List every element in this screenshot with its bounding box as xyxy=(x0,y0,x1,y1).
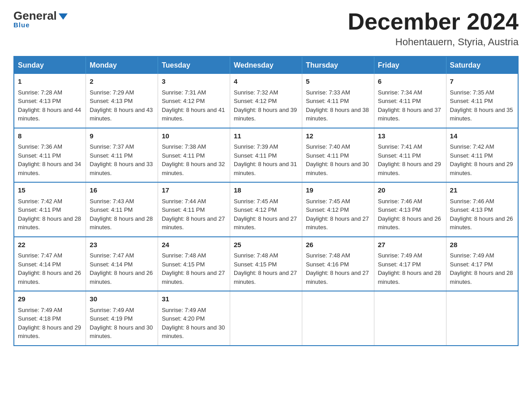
calendar-cell: 10 Sunrise: 7:38 AMSunset: 4:11 PMDaylig… xyxy=(158,128,230,183)
day-number: 4 xyxy=(234,77,298,87)
day-number: 7 xyxy=(450,77,514,87)
col-header-saturday: Saturday xyxy=(446,56,518,74)
day-number: 29 xyxy=(18,294,82,304)
logo-blue-text: Blue xyxy=(13,21,30,29)
day-number: 11 xyxy=(234,131,298,141)
calendar-cell: 25 Sunrise: 7:48 AMSunset: 4:15 PMDaylig… xyxy=(230,237,302,291)
sunrise-info: Sunrise: 7:49 AMSunset: 4:17 PMDaylight:… xyxy=(450,252,513,285)
day-number: 22 xyxy=(18,240,82,250)
sunrise-info: Sunrise: 7:39 AMSunset: 4:11 PMDaylight:… xyxy=(234,143,297,176)
calendar-header-row: SundayMondayTuesdayWednesdayThursdayFrid… xyxy=(14,56,518,74)
calendar-cell: 19 Sunrise: 7:45 AMSunset: 4:12 PMDaylig… xyxy=(302,182,374,237)
sunrise-info: Sunrise: 7:48 AMSunset: 4:15 PMDaylight:… xyxy=(162,252,225,285)
calendar-cell: 23 Sunrise: 7:47 AMSunset: 4:14 PMDaylig… xyxy=(86,237,158,291)
calendar-cell: 14 Sunrise: 7:42 AMSunset: 4:11 PMDaylig… xyxy=(446,128,518,183)
sunrise-info: Sunrise: 7:38 AMSunset: 4:11 PMDaylight:… xyxy=(162,143,225,176)
sunrise-info: Sunrise: 7:49 AMSunset: 4:17 PMDaylight:… xyxy=(378,252,441,285)
calendar-week-row: 29 Sunrise: 7:49 AMSunset: 4:18 PMDaylig… xyxy=(14,291,518,346)
day-number: 18 xyxy=(234,185,298,196)
sunrise-info: Sunrise: 7:42 AMSunset: 4:11 PMDaylight:… xyxy=(18,198,81,231)
day-number: 13 xyxy=(378,131,442,141)
sunrise-info: Sunrise: 7:43 AMSunset: 4:11 PMDaylight:… xyxy=(90,198,153,231)
day-number: 16 xyxy=(90,185,154,196)
calendar-cell xyxy=(446,291,518,346)
calendar-table: SundayMondayTuesdayWednesdayThursdayFrid… xyxy=(13,56,519,346)
sunrise-info: Sunrise: 7:49 AMSunset: 4:19 PMDaylight:… xyxy=(90,307,153,340)
day-number: 26 xyxy=(306,240,370,250)
calendar-cell: 6 Sunrise: 7:34 AMSunset: 4:11 PMDayligh… xyxy=(374,74,446,128)
sunrise-info: Sunrise: 7:46 AMSunset: 4:13 PMDaylight:… xyxy=(378,198,441,231)
col-header-thursday: Thursday xyxy=(302,56,374,74)
day-number: 31 xyxy=(162,294,226,304)
sunrise-info: Sunrise: 7:41 AMSunset: 4:11 PMDaylight:… xyxy=(378,143,441,176)
calendar-cell xyxy=(374,291,446,346)
calendar-cell: 18 Sunrise: 7:45 AMSunset: 4:12 PMDaylig… xyxy=(230,182,302,237)
calendar-cell: 28 Sunrise: 7:49 AMSunset: 4:17 PMDaylig… xyxy=(446,237,518,291)
day-number: 19 xyxy=(306,185,370,196)
calendar-cell: 9 Sunrise: 7:37 AMSunset: 4:11 PMDayligh… xyxy=(86,128,158,183)
calendar-cell: 1 Sunrise: 7:28 AMSunset: 4:13 PMDayligh… xyxy=(14,74,86,128)
sunrise-info: Sunrise: 7:40 AMSunset: 4:11 PMDaylight:… xyxy=(306,143,369,176)
sunrise-info: Sunrise: 7:35 AMSunset: 4:11 PMDaylight:… xyxy=(450,89,513,122)
day-number: 20 xyxy=(378,185,442,196)
day-number: 10 xyxy=(162,131,226,141)
sunrise-info: Sunrise: 7:44 AMSunset: 4:11 PMDaylight:… xyxy=(162,198,225,231)
calendar-cell: 26 Sunrise: 7:48 AMSunset: 4:16 PMDaylig… xyxy=(302,237,374,291)
calendar-week-row: 22 Sunrise: 7:47 AMSunset: 4:14 PMDaylig… xyxy=(14,237,518,291)
page-header: General Blue December 2024 Hohentauern, … xyxy=(13,9,519,48)
day-number: 27 xyxy=(378,240,442,250)
calendar-cell xyxy=(302,291,374,346)
day-number: 21 xyxy=(450,185,514,196)
sunrise-info: Sunrise: 7:47 AMSunset: 4:14 PMDaylight:… xyxy=(90,252,153,285)
sunrise-info: Sunrise: 7:37 AMSunset: 4:11 PMDaylight:… xyxy=(90,143,153,176)
calendar-cell: 8 Sunrise: 7:36 AMSunset: 4:11 PMDayligh… xyxy=(14,128,86,183)
sunrise-info: Sunrise: 7:47 AMSunset: 4:14 PMDaylight:… xyxy=(18,252,81,285)
day-number: 30 xyxy=(90,294,154,304)
sunrise-info: Sunrise: 7:46 AMSunset: 4:13 PMDaylight:… xyxy=(450,198,513,231)
calendar-cell xyxy=(230,291,302,346)
day-number: 8 xyxy=(18,131,82,141)
sunrise-info: Sunrise: 7:34 AMSunset: 4:11 PMDaylight:… xyxy=(378,89,441,122)
logo: General Blue xyxy=(13,9,68,29)
col-header-friday: Friday xyxy=(374,56,446,74)
col-header-sunday: Sunday xyxy=(14,56,86,74)
day-number: 6 xyxy=(378,77,442,87)
calendar-cell: 7 Sunrise: 7:35 AMSunset: 4:11 PMDayligh… xyxy=(446,74,518,128)
day-number: 25 xyxy=(234,240,298,250)
calendar-week-row: 8 Sunrise: 7:36 AMSunset: 4:11 PMDayligh… xyxy=(14,128,518,183)
sunrise-info: Sunrise: 7:45 AMSunset: 4:12 PMDaylight:… xyxy=(234,198,297,231)
col-header-wednesday: Wednesday xyxy=(230,56,302,74)
calendar-cell: 2 Sunrise: 7:29 AMSunset: 4:13 PMDayligh… xyxy=(86,74,158,128)
sunrise-info: Sunrise: 7:48 AMSunset: 4:16 PMDaylight:… xyxy=(306,252,369,285)
sunrise-info: Sunrise: 7:49 AMSunset: 4:18 PMDaylight:… xyxy=(18,307,81,340)
calendar-cell: 20 Sunrise: 7:46 AMSunset: 4:13 PMDaylig… xyxy=(374,182,446,237)
month-title: December 2024 xyxy=(348,9,519,34)
sunrise-info: Sunrise: 7:29 AMSunset: 4:13 PMDaylight:… xyxy=(90,89,153,122)
sunrise-info: Sunrise: 7:32 AMSunset: 4:12 PMDaylight:… xyxy=(234,89,297,122)
location-title: Hohentauern, Styria, Austria xyxy=(348,36,519,48)
calendar-cell: 27 Sunrise: 7:49 AMSunset: 4:17 PMDaylig… xyxy=(374,237,446,291)
day-number: 23 xyxy=(90,240,154,250)
sunrise-info: Sunrise: 7:36 AMSunset: 4:11 PMDaylight:… xyxy=(18,143,81,176)
day-number: 28 xyxy=(450,240,514,250)
day-number: 15 xyxy=(18,185,82,196)
day-number: 12 xyxy=(306,131,370,141)
calendar-week-row: 15 Sunrise: 7:42 AMSunset: 4:11 PMDaylig… xyxy=(14,182,518,237)
title-area: December 2024 Hohentauern, Styria, Austr… xyxy=(348,9,519,48)
col-header-tuesday: Tuesday xyxy=(158,56,230,74)
calendar-cell: 5 Sunrise: 7:33 AMSunset: 4:11 PMDayligh… xyxy=(302,74,374,128)
day-number: 2 xyxy=(90,77,154,87)
day-number: 24 xyxy=(162,240,226,250)
calendar-cell: 24 Sunrise: 7:48 AMSunset: 4:15 PMDaylig… xyxy=(158,237,230,291)
day-number: 3 xyxy=(162,77,226,87)
logo-triangle-icon xyxy=(59,13,68,20)
col-header-monday: Monday xyxy=(86,56,158,74)
calendar-cell: 31 Sunrise: 7:49 AMSunset: 4:20 PMDaylig… xyxy=(158,291,230,346)
day-number: 5 xyxy=(306,77,370,87)
calendar-cell: 11 Sunrise: 7:39 AMSunset: 4:11 PMDaylig… xyxy=(230,128,302,183)
calendar-cell: 17 Sunrise: 7:44 AMSunset: 4:11 PMDaylig… xyxy=(158,182,230,237)
sunrise-info: Sunrise: 7:28 AMSunset: 4:13 PMDaylight:… xyxy=(18,89,81,122)
calendar-cell: 15 Sunrise: 7:42 AMSunset: 4:11 PMDaylig… xyxy=(14,182,86,237)
day-number: 14 xyxy=(450,131,514,141)
sunrise-info: Sunrise: 7:48 AMSunset: 4:15 PMDaylight:… xyxy=(234,252,297,285)
